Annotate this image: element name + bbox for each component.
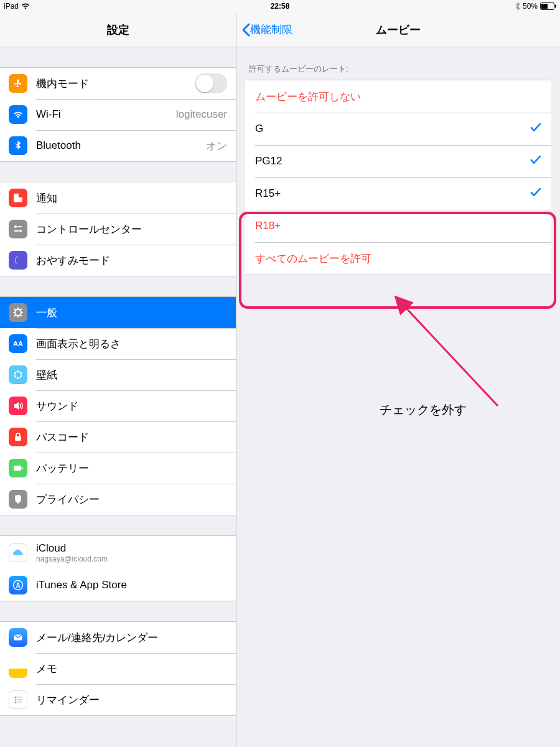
appstore-icon: A [9,576,27,594]
passcode-icon [9,428,27,446]
sidebar-item-controlcenter[interactable]: コントロールセンター [0,214,236,245]
sidebar-header: 設定 [0,12,236,47]
svg-rect-18 [15,436,21,441]
notifications-label: 通知 [36,191,227,205]
svg-line-30 [404,306,498,406]
icloud-icon [9,543,27,562]
airplane-switch[interactable] [195,73,227,93]
sidebar-item-display[interactable]: AA 画面表示と明るさ [0,328,236,359]
rating-label: R15+ [255,187,530,200]
svg-rect-8 [14,230,19,232]
wifi-settings-icon [9,105,27,124]
bluetooth-settings-icon [9,136,27,155]
sidebar-item-sounds[interactable]: サウンド [0,390,236,421]
sidebar-item-passcode[interactable]: パスコード [0,421,236,453]
svg-rect-28 [17,699,22,700]
svg-point-5 [14,225,17,228]
sidebar-item-wallpaper[interactable]: 壁紙 [0,359,236,390]
sidebar-item-itunes[interactable]: A iTunes & App Store [0,570,236,601]
airplane-icon [9,74,27,93]
icloud-account: nagsaya@icloud.com [36,555,236,563]
sidebar-group-device: 一般 AA 画面表示と明るさ 壁紙 サウンド [0,296,236,515]
ratings-list: ムービーを許可しないGPG12R15+R18+すべてのムービーを許可 [245,80,551,275]
svg-rect-1 [541,4,548,9]
settings-sidebar: 設定 機内モード Wi-Fi logitecuser [0,12,236,747]
sidebar-item-airplane[interactable]: 機内モード [0,68,236,99]
controlcenter-label: コントロールセンター [36,222,227,237]
mail-label: メール/連絡先/カレンダー [36,631,227,645]
wallpaper-icon [9,365,27,384]
wifi-icon [21,3,30,9]
rating-row-2[interactable]: PG12 [245,145,551,177]
section-header: 許可するムービーのレート: [236,47,560,80]
wallpaper-label: 壁紙 [36,368,227,382]
airplane-label: 機内モード [36,77,195,91]
rating-label: R18+ [255,220,541,232]
sidebar-item-battery[interactable]: バッテリー [0,453,236,484]
rating-row-5[interactable]: すべてのムービーを許可 [245,242,551,275]
svg-text:AA: AA [13,340,23,347]
rating-label: G [255,123,530,135]
svg-point-26 [15,702,17,703]
svg-rect-6 [17,226,22,227]
wifi-value: logitecuser [176,108,227,121]
notifications-icon [9,189,27,207]
back-button[interactable]: 機能制限 [241,12,292,47]
sidebar-group-apps: メール/連絡先/カレンダー メモ リマインダー [0,621,236,716]
general-icon [9,303,27,322]
svg-rect-2 [555,5,556,8]
detail-pane: 機能制限 ムービー 許可するムービーのレート: ムービーを許可しないGPG12R… [236,12,560,747]
svg-point-25 [15,699,17,701]
detail-title: ムービー [376,22,421,37]
sidebar-group-alerts: 通知 コントロールセンター おやすみモード [0,182,236,276]
back-label: 機能制限 [250,22,292,37]
clock: 22:58 [271,0,290,12]
dnd-icon [9,251,27,270]
sidebar-item-icloud[interactable]: iCloud nagsaya@icloud.com [0,536,236,570]
sidebar-item-bluetooth[interactable]: Bluetooth オン [0,130,236,161]
sidebar-item-wifi[interactable]: Wi-Fi logitecuser [0,99,236,130]
sidebar-item-general[interactable]: 一般 [0,297,236,328]
rating-row-4[interactable]: R18+ [245,210,551,242]
rating-label: PG12 [255,155,530,167]
battery-label: バッテリー [36,461,227,476]
svg-rect-20 [22,467,23,469]
rating-row-1[interactable]: G [245,113,551,145]
controlcenter-icon [9,220,27,238]
sidebar-item-notifications[interactable]: 通知 [0,182,236,214]
checkmark-icon [530,123,541,136]
notes-label: メモ [36,662,227,676]
svg-point-12 [17,371,19,373]
checkmark-icon [530,187,541,200]
reminders-icon [9,690,27,709]
rating-row-3[interactable]: R15+ [245,177,551,210]
annotation-arrow [392,294,516,412]
dnd-label: おやすみモード [36,253,227,268]
annotation-text: チェックを外す [380,402,467,418]
notes-icon [9,659,27,678]
passcode-label: パスコード [36,430,227,444]
detail-header: 機能制限 ムービー [236,12,560,47]
battery-settings-icon [9,459,27,477]
svg-point-14 [20,375,22,377]
svg-rect-27 [17,697,22,698]
sidebar-item-notes[interactable]: メモ [0,653,236,684]
rating-label: すべてのムービーを許可 [255,251,541,266]
sidebar-item-mail[interactable]: メール/連絡先/カレンダー [0,622,236,653]
sidebar-item-privacy[interactable]: プライバシー [0,484,236,515]
checkmark-icon [530,155,541,168]
privacy-icon [9,490,27,509]
bluetooth-icon [515,2,520,11]
sidebar-item-reminders[interactable]: リマインダー [0,684,236,715]
privacy-label: プライバシー [36,492,227,507]
rating-row-0[interactable]: ムービーを許可しない [245,80,551,113]
svg-point-17 [14,372,16,374]
general-label: 一般 [36,306,227,320]
svg-point-4 [19,194,23,198]
svg-point-24 [15,697,17,698]
display-label: 画面表示と明るさ [36,337,227,351]
sounds-label: サウンド [36,399,227,413]
sidebar-item-dnd[interactable]: おやすみモード [0,245,236,276]
svg-point-13 [20,372,22,374]
svg-point-15 [17,377,19,379]
